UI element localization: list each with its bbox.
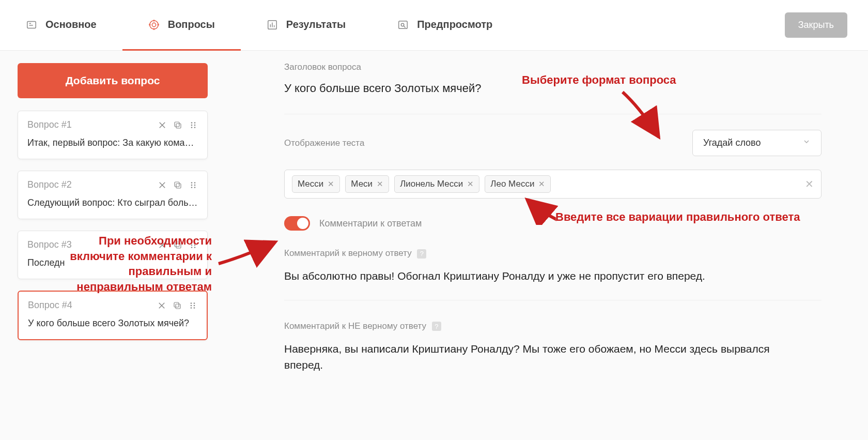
svg-point-44	[194, 244, 196, 246]
copy-icon[interactable]	[173, 301, 182, 310]
svg-rect-49	[174, 302, 179, 307]
body: Добавить вопрос Вопрос #1 Итак, первый в…	[0, 51, 868, 440]
add-question-button[interactable]: Добавить вопрос	[18, 63, 208, 98]
remove-tag-icon[interactable]: ✕	[377, 179, 383, 189]
svg-point-53	[194, 302, 195, 304]
svg-rect-19	[175, 122, 179, 127]
display-label: Отображение теста	[284, 138, 364, 148]
title-block: Заголовок вопроса У кого больше всего Зо…	[284, 62, 822, 114]
question-preview: Следующий вопрос: Кто сыграл боль…	[27, 198, 198, 208]
answer-tag[interactable]: Меси✕	[345, 175, 389, 193]
svg-point-40	[191, 242, 193, 244]
editor-main: Заголовок вопроса У кого больше всего Зо…	[222, 51, 868, 440]
svg-point-24	[194, 124, 196, 126]
answer-tag[interactable]: Лео Месси✕	[485, 175, 551, 193]
svg-rect-0	[27, 21, 36, 28]
svg-point-4	[152, 23, 156, 26]
svg-point-52	[191, 307, 192, 309]
delete-icon[interactable]	[158, 120, 167, 130]
drag-icon[interactable]	[189, 240, 198, 250]
svg-line-15	[404, 26, 406, 27]
tab-questions[interactable]: Вопросы	[122, 0, 241, 51]
close-button[interactable]: Закрыть	[785, 12, 847, 38]
svg-point-42	[191, 247, 193, 248]
svg-point-41	[191, 244, 193, 246]
svg-rect-38	[176, 244, 181, 248]
question-card-1[interactable]: Вопрос #1 Итак, первый вопрос: За какую …	[18, 111, 208, 159]
question-card-3[interactable]: Вопрос #3 Последн	[18, 231, 208, 279]
wrong-comment-label: Комментарий к НЕ верному ответу ?	[284, 321, 822, 331]
display-type-select[interactable]: Угадай слово	[692, 130, 822, 156]
svg-point-54	[194, 305, 195, 306]
tab-questions-label: Вопросы	[168, 19, 215, 31]
drag-icon[interactable]	[188, 301, 197, 310]
chevron-down-icon	[802, 138, 811, 148]
svg-point-3	[149, 20, 158, 29]
comments-toggle[interactable]	[284, 216, 310, 231]
svg-point-20	[191, 122, 193, 124]
question-card-4[interactable]: Вопрос #4 У кого больше всего Золотых мя…	[18, 291, 208, 340]
title-value[interactable]: У кого больше всего Золотых мячей?	[284, 82, 822, 95]
title-label: Заголовок вопроса	[284, 62, 822, 72]
remove-tag-icon[interactable]: ✕	[328, 179, 334, 189]
tab-preview[interactable]: Предпросмотр	[371, 0, 518, 51]
question-card-2[interactable]: Вопрос #2 Следующий вопрос: Кто сыграл б…	[18, 171, 208, 219]
tab-results[interactable]: Результаты	[241, 0, 371, 51]
display-row: Отображение теста Угадай слово	[284, 130, 822, 156]
svg-point-30	[191, 182, 193, 184]
tab-main-label: Основное	[45, 19, 97, 31]
svg-point-45	[194, 247, 196, 248]
delete-icon[interactable]	[158, 240, 167, 250]
svg-rect-13	[399, 21, 408, 28]
svg-rect-18	[176, 124, 181, 128]
copy-icon[interactable]	[173, 180, 182, 190]
tab-results-label: Результаты	[286, 19, 346, 31]
delete-icon[interactable]	[157, 301, 166, 310]
svg-point-14	[401, 23, 404, 26]
svg-rect-39	[175, 242, 179, 247]
help-icon[interactable]: ?	[417, 249, 426, 259]
answer-tag[interactable]: Лионель Месси✕	[394, 175, 479, 193]
wrong-comment-block: Комментарий к НЕ верному ответу ? Наверн…	[284, 321, 822, 389]
help-icon[interactable]: ?	[432, 322, 441, 331]
svg-point-32	[191, 187, 193, 188]
answer-tag[interactable]: Месси✕	[292, 175, 340, 193]
svg-rect-48	[176, 304, 180, 309]
question-preview: У кого больше всего Золотых мячей?	[28, 318, 197, 329]
tab-preview-label: Предпросмотр	[417, 19, 492, 31]
comments-toggle-row: Комментарии к ответам	[284, 216, 822, 231]
question-number: Вопрос #4	[28, 300, 72, 311]
svg-rect-28	[176, 184, 181, 188]
tabs: Основное Вопросы Результаты Предпросмотр	[0, 0, 785, 50]
chart-icon	[267, 19, 278, 31]
svg-point-34	[194, 184, 196, 186]
remove-tag-icon[interactable]: ✕	[467, 179, 474, 189]
wrong-comment-text[interactable]: Наверняка, вы написали Криштиану Роналду…	[284, 341, 770, 373]
question-preview: Последн	[27, 257, 198, 268]
svg-point-50	[191, 302, 192, 304]
question-number: Вопрос #2	[27, 179, 72, 190]
svg-point-35	[194, 187, 196, 188]
answers-tags-input[interactable]: Месси✕ Меси✕ Лионель Месси✕ Лео Месси✕ ✕	[284, 170, 822, 199]
correct-comment-text[interactable]: Вы абсолютно правы! Обогнал Криштиану Ро…	[284, 268, 770, 284]
svg-point-21	[191, 124, 193, 126]
preview-icon	[397, 19, 409, 31]
drag-icon[interactable]	[189, 120, 198, 130]
svg-point-25	[194, 127, 196, 128]
remove-tag-icon[interactable]: ✕	[538, 179, 545, 189]
svg-point-31	[191, 184, 193, 186]
svg-rect-29	[175, 182, 179, 187]
drag-icon[interactable]	[189, 180, 198, 190]
tab-main[interactable]: Основное	[0, 0, 122, 51]
svg-point-23	[194, 122, 196, 124]
form-icon	[26, 19, 37, 31]
delete-icon[interactable]	[158, 180, 167, 190]
copy-icon[interactable]	[173, 240, 182, 250]
correct-comment-block: Комментарий к верному ответу ? Вы абсолю…	[284, 248, 822, 300]
correct-comment-label: Комментарий к верному ответу ?	[284, 248, 822, 259]
question-preview: Итак, первый вопрос: За какую коман…	[27, 138, 198, 148]
clear-all-tags-icon[interactable]: ✕	[805, 178, 814, 190]
copy-icon[interactable]	[173, 120, 182, 130]
target-icon	[148, 19, 160, 31]
svg-point-33	[194, 182, 196, 184]
